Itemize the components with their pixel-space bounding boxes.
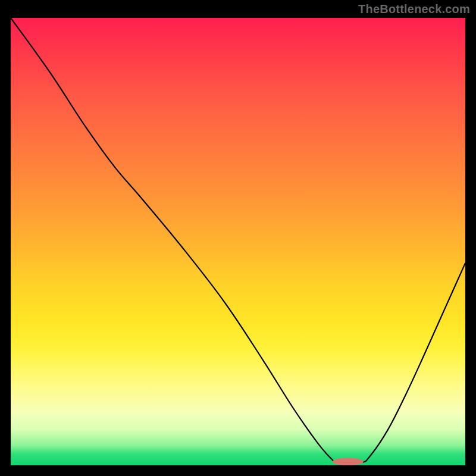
bottleneck-curve (11, 18, 465, 464)
valley-marker (333, 458, 364, 465)
watermark-text: TheBottleneck.com (358, 2, 470, 16)
plot-area (11, 18, 465, 465)
curve-layer (11, 18, 465, 465)
chart-frame: TheBottleneck.com (0, 0, 476, 476)
